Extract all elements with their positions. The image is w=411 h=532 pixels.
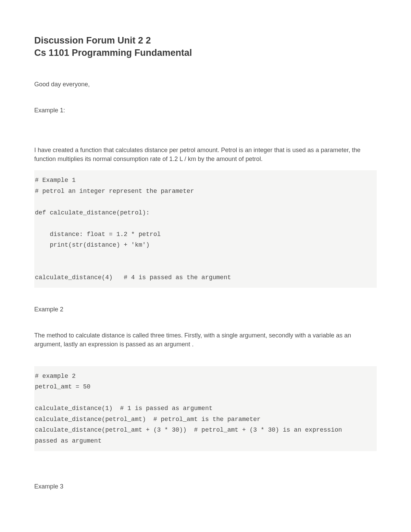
greeting-text: Good day everyone, [34,80,377,89]
example-1-description: I have created a function that calculate… [34,146,377,163]
spacer [34,132,377,146]
document-heading: Discussion Forum Unit 2 2 Cs 1101 Progra… [34,34,377,59]
example-2-code: # example 2 petrol_amt = 50 calculate_di… [34,366,377,451]
example-2-description: The method to calculate distance is call… [34,331,377,349]
example-1-code: # Example 1 # petrol an integer represen… [34,170,377,288]
heading-line-1: Discussion Forum Unit 2 2 [34,34,377,47]
example-2-label: Example 2 [34,305,377,314]
spacer [34,468,377,482]
heading-line-2: Cs 1101 Programming Fundamental [34,47,377,59]
example-3-label: Example 3 [34,482,377,491]
example-1-label: Example 1: [34,106,377,115]
